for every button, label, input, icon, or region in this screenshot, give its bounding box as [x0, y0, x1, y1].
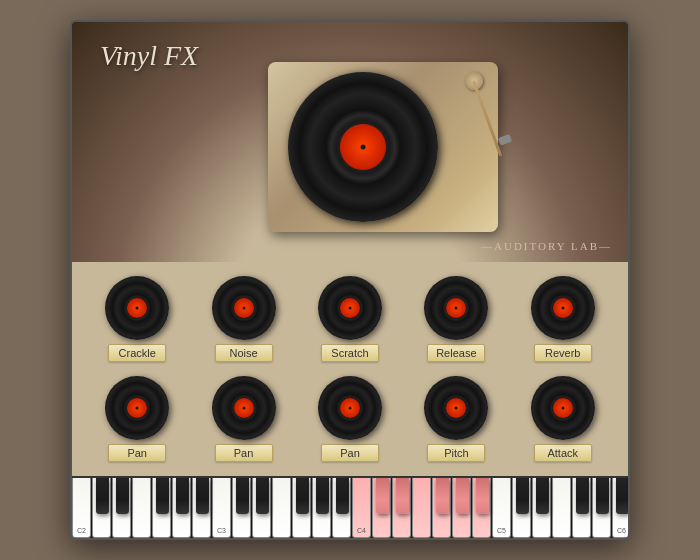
- knob-attack-hole: [561, 407, 564, 410]
- tonearm-head: [498, 134, 512, 146]
- knob-pan2[interactable]: [212, 376, 276, 440]
- white-key-24[interactable]: [552, 478, 571, 538]
- vinyl-label: [340, 124, 386, 170]
- knob-pan2-label-dot: [234, 398, 254, 418]
- knob-release-label-dot: [446, 298, 466, 318]
- label-crackle: Crackle: [108, 344, 166, 362]
- knob-item-pan3: Pan: [305, 376, 395, 462]
- platter-base: [268, 62, 498, 232]
- knob-pan1-label-dot: [127, 398, 147, 418]
- black-key-0-2[interactable]: [156, 478, 169, 514]
- black-key-0-1[interactable]: [116, 478, 129, 514]
- label-attack: Attack: [534, 444, 592, 462]
- black-key-0-3[interactable]: [176, 478, 189, 514]
- black-key-1-3[interactable]: [316, 478, 329, 514]
- octave-label-C4: C4: [357, 527, 366, 534]
- white-key-21[interactable]: C5: [492, 478, 511, 538]
- knob-attack-label-dot: [553, 398, 573, 418]
- plugin-container: Vinyl FX —Auditory Lab—: [70, 20, 630, 540]
- piano-keyboard[interactable]: C2C3C4C5C6: [72, 476, 628, 538]
- knob-pan3-hole: [348, 407, 351, 410]
- knob-item-pan2: Pan: [199, 376, 289, 462]
- tonearm-arm: [472, 80, 502, 156]
- white-key-14[interactable]: C4: [352, 478, 371, 538]
- black-key-3-1[interactable]: [536, 478, 549, 514]
- knob-pan2-hole: [242, 407, 245, 410]
- black-key-3-2[interactable]: [576, 478, 589, 514]
- knob-pan1-hole: [136, 407, 139, 410]
- knob-pitch-hole: [455, 407, 458, 410]
- label-scratch: Scratch: [321, 344, 379, 362]
- white-key-10[interactable]: [272, 478, 291, 538]
- label-reverb: Reverb: [534, 344, 592, 362]
- knob-pan3-label-dot: [340, 398, 360, 418]
- turntable-visual: [238, 42, 518, 242]
- knob-item-pitch: Pitch: [411, 376, 501, 462]
- white-key-7[interactable]: C3: [212, 478, 231, 538]
- black-key-1-1[interactable]: [256, 478, 269, 514]
- octave-label-C5: C5: [497, 527, 506, 534]
- label-pan2: Pan: [215, 444, 273, 462]
- label-noise: Noise: [215, 344, 273, 362]
- black-key-3-0[interactable]: [516, 478, 529, 514]
- tonearm: [408, 67, 488, 187]
- knob-row-1: Crackle Noise Scratch: [84, 272, 616, 366]
- controls-section: Crackle Noise Scratch: [72, 262, 628, 474]
- label-release: Release: [427, 344, 485, 362]
- vinyl-center-hole: [361, 145, 366, 150]
- brand-label: —Auditory Lab—: [481, 240, 612, 252]
- black-key-0-4[interactable]: [196, 478, 209, 514]
- turntable-section: Vinyl FX —Auditory Lab—: [72, 22, 628, 262]
- knob-item-crackle: Crackle: [92, 276, 182, 362]
- knob-release-hole: [455, 307, 458, 310]
- knob-crackle-hole: [136, 307, 139, 310]
- knob-pan3[interactable]: [318, 376, 382, 440]
- knob-item-release: Release: [411, 276, 501, 362]
- knob-scratch[interactable]: [318, 276, 382, 340]
- black-key-3-4[interactable]: [616, 478, 628, 514]
- knob-pitch-label-dot: [446, 398, 466, 418]
- octave-label-C3: C3: [217, 527, 226, 534]
- octave-label-C2: C2: [77, 527, 86, 534]
- knob-item-noise: Noise: [199, 276, 289, 362]
- knob-crackle[interactable]: [105, 276, 169, 340]
- black-key-2-4[interactable]: [476, 478, 489, 514]
- black-key-2-2[interactable]: [436, 478, 449, 514]
- knob-item-reverb: Reverb: [518, 276, 608, 362]
- knob-noise-label-dot: [234, 298, 254, 318]
- knob-scratch-hole: [348, 307, 351, 310]
- black-key-0-0[interactable]: [96, 478, 109, 514]
- knob-pitch[interactable]: [424, 376, 488, 440]
- white-key-3[interactable]: [132, 478, 151, 538]
- knob-reverb[interactable]: [531, 276, 595, 340]
- knob-noise[interactable]: [212, 276, 276, 340]
- label-pan1: Pan: [108, 444, 166, 462]
- knob-release[interactable]: [424, 276, 488, 340]
- label-pitch: Pitch: [427, 444, 485, 462]
- label-pan3: Pan: [321, 444, 379, 462]
- app-title: Vinyl FX: [100, 40, 198, 72]
- black-key-2-3[interactable]: [456, 478, 469, 514]
- knob-scratch-label-dot: [340, 298, 360, 318]
- knob-pan1[interactable]: [105, 376, 169, 440]
- black-key-2-1[interactable]: [396, 478, 409, 514]
- white-key-17[interactable]: [412, 478, 431, 538]
- knob-row-2: Pan Pan Pan: [84, 372, 616, 466]
- black-key-1-0[interactable]: [236, 478, 249, 514]
- octave-label-C6: C6: [617, 527, 626, 534]
- knob-crackle-label-dot: [127, 298, 147, 318]
- black-key-1-2[interactable]: [296, 478, 309, 514]
- knob-noise-hole: [242, 307, 245, 310]
- knob-reverb-label-dot: [553, 298, 573, 318]
- knob-attack[interactable]: [531, 376, 595, 440]
- black-key-3-3[interactable]: [596, 478, 609, 514]
- black-key-2-0[interactable]: [376, 478, 389, 514]
- knob-item-attack: Attack: [518, 376, 608, 462]
- knob-reverb-hole: [561, 307, 564, 310]
- black-key-1-4[interactable]: [336, 478, 349, 514]
- knob-item-scratch: Scratch: [305, 276, 395, 362]
- knob-item-pan1: Pan: [92, 376, 182, 462]
- white-key-0[interactable]: C2: [72, 478, 91, 538]
